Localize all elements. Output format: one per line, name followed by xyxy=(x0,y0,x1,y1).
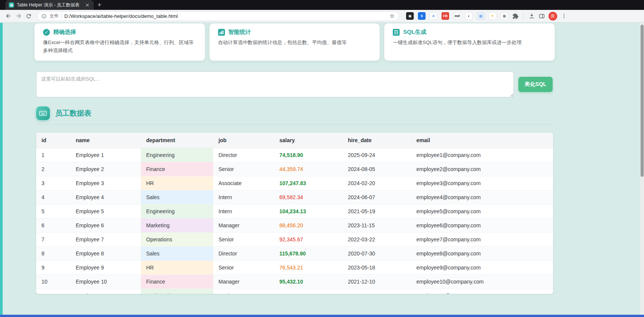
column-header-department[interactable]: department xyxy=(141,133,213,148)
column-header-id[interactable]: id xyxy=(36,133,70,148)
cell-job[interactable]: Intern xyxy=(213,190,274,204)
cell-hire_date[interactable]: 2020-07-30 xyxy=(343,246,411,260)
cell-salary[interactable]: 87,654.32 xyxy=(274,288,343,294)
cell-id[interactable]: 5 xyxy=(36,204,70,218)
reload-button[interactable] xyxy=(24,11,34,21)
employee-row-9[interactable]: 9Employee 9HRSenior76,543.212023-05-18em… xyxy=(36,260,553,274)
cell-department[interactable]: Finance xyxy=(141,274,213,288)
extension-icon-8[interactable]: ✦ xyxy=(489,12,496,20)
cell-hire_date[interactable]: 2023-11-15 xyxy=(343,218,411,232)
cell-email[interactable]: employee2@company.com xyxy=(411,162,553,176)
cell-id[interactable]: 6 xyxy=(36,218,70,232)
cell-department[interactable]: Operations xyxy=(141,232,213,246)
column-header-salary[interactable]: salary xyxy=(274,133,343,148)
cell-name[interactable]: Employee 3 xyxy=(70,176,141,190)
cell-hire_date[interactable]: 2023-05-18 xyxy=(343,260,411,274)
cell-id[interactable]: 9 xyxy=(36,260,70,274)
side-panel-button[interactable] xyxy=(537,11,547,21)
cell-email[interactable]: employee10@company.com xyxy=(411,274,553,288)
cell-salary[interactable]: 104,234.13 xyxy=(274,204,343,218)
employee-row-10[interactable]: 10Employee 10FinanceManager95,432.102021… xyxy=(36,274,553,288)
profile-avatar[interactable]: 庆 xyxy=(548,12,557,21)
cell-email[interactable]: employee9@company.com xyxy=(411,260,553,274)
cell-department[interactable]: HR xyxy=(141,260,213,274)
tab-close-icon[interactable] xyxy=(84,2,90,8)
forward-button[interactable] xyxy=(13,11,24,21)
beautify-sql-button[interactable]: 美化SQL xyxy=(518,77,553,92)
cell-email[interactable]: employee11@company.com xyxy=(411,288,553,294)
cell-salary[interactable]: 92,345.67 xyxy=(274,232,343,246)
cell-hire_date[interactable]: 2022-03-22 xyxy=(343,232,411,246)
employee-row-5[interactable]: 5Employee 5EngineeringIntern104,234.1320… xyxy=(36,204,553,218)
cell-hire_date[interactable]: 2022-08-25 xyxy=(343,288,411,294)
employee-row-11[interactable]: 11Employee 11EngineeringSenior87,654.322… xyxy=(36,288,553,294)
extension-icon-4[interactable]: FB xyxy=(442,12,449,20)
cell-email[interactable]: employee6@company.com xyxy=(411,218,553,232)
cell-salary[interactable]: 115,678.90 xyxy=(274,246,343,260)
cell-id[interactable]: 7 xyxy=(36,232,70,246)
cell-salary[interactable]: 44,359.74 xyxy=(274,162,343,176)
cell-name[interactable]: Employee 2 xyxy=(70,162,141,176)
sql-input[interactable] xyxy=(36,71,514,97)
extension-icon-3[interactable]: A xyxy=(430,12,437,20)
cell-name[interactable]: Employee 10 xyxy=(70,274,141,288)
column-header-job[interactable]: job xyxy=(213,133,274,148)
cell-id[interactable]: 10 xyxy=(36,274,70,288)
cell-name[interactable]: Employee 8 xyxy=(70,246,141,260)
cell-department[interactable]: Engineering xyxy=(141,204,213,218)
cell-name[interactable]: Employee 4 xyxy=(70,190,141,204)
cell-id[interactable]: 1 xyxy=(36,148,70,162)
cell-department[interactable]: Marketing xyxy=(141,218,213,232)
cell-job[interactable]: Director xyxy=(213,148,274,162)
employee-row-4[interactable]: 4Employee 4SalesIntern69,582.342024-06-0… xyxy=(36,190,553,204)
cell-department[interactable]: HR xyxy=(141,176,213,190)
extension-icon-2[interactable]: S xyxy=(418,12,426,20)
column-header-name[interactable]: name xyxy=(70,133,141,148)
column-header-hire_date[interactable]: hire_date xyxy=(343,133,411,148)
cell-name[interactable]: Employee 1 xyxy=(70,148,141,162)
cell-id[interactable]: 2 xyxy=(36,162,70,176)
cell-job[interactable]: Senior xyxy=(213,288,274,294)
cell-job[interactable]: Director xyxy=(213,246,274,260)
cell-hire_date[interactable]: 2024-06-07 xyxy=(343,190,411,204)
cell-job[interactable]: Intern xyxy=(213,204,274,218)
bookmark-star-icon[interactable] xyxy=(389,13,395,19)
scrollbar-thumb[interactable] xyxy=(641,25,644,177)
cell-salary[interactable]: 76,543.21 xyxy=(274,260,343,274)
page-scrollbar[interactable] xyxy=(640,23,644,317)
cell-id[interactable]: 11 xyxy=(36,288,70,294)
back-button[interactable] xyxy=(3,11,13,21)
employee-row-2[interactable]: 2Employee 2FinanceSenior44,359.742024-08… xyxy=(36,162,553,176)
cell-job[interactable]: Associate xyxy=(213,176,274,190)
cell-job[interactable]: Senior xyxy=(213,232,274,246)
cell-job[interactable]: Senior xyxy=(213,260,274,274)
cell-email[interactable]: employee8@company.com xyxy=(411,246,553,260)
cell-name[interactable]: Employee 7 xyxy=(70,232,141,246)
cell-email[interactable]: employee3@company.com xyxy=(411,176,553,190)
cell-name[interactable]: Employee 5 xyxy=(70,204,141,218)
employee-row-7[interactable]: 7Employee 7OperationsSenior92,345.672022… xyxy=(36,232,553,246)
cell-department[interactable]: Sales xyxy=(141,190,213,204)
cell-salary[interactable]: 74,518.90 xyxy=(274,148,343,162)
cell-salary[interactable]: 107,247.83 xyxy=(274,176,343,190)
cell-job[interactable]: Senior xyxy=(213,162,274,176)
cell-department[interactable]: Sales xyxy=(141,246,213,260)
cell-hire_date[interactable]: 2021-12-10 xyxy=(343,274,411,288)
employee-row-8[interactable]: 8Employee 8SalesDirector115,678.902020-0… xyxy=(36,246,553,260)
employee-row-6[interactable]: 6Employee 6MarketingManager88,456.202023… xyxy=(36,218,553,232)
new-tab-button[interactable]: + xyxy=(94,0,105,10)
extension-icon-6[interactable]: ◐ xyxy=(465,12,473,20)
cell-id[interactable]: 4 xyxy=(36,190,70,204)
employee-row-3[interactable]: 3Employee 3HRAssociate107,247.832024-02-… xyxy=(36,176,553,190)
cell-hire_date[interactable]: 2021-05-19 xyxy=(343,204,411,218)
page-info-icon[interactable] xyxy=(41,13,47,19)
extension-icon-9[interactable]: ▦ xyxy=(501,12,508,20)
extension-icon-7[interactable]: ▤ xyxy=(477,12,485,20)
menu-button[interactable] xyxy=(559,11,569,21)
cell-name[interactable]: Employee 6 xyxy=(70,218,141,232)
cell-email[interactable]: employee7@company.com xyxy=(411,232,553,246)
cell-name[interactable]: Employee 11 xyxy=(70,288,141,294)
cell-hire_date[interactable]: 2025-09-24 xyxy=(343,148,411,162)
cell-id[interactable]: 8 xyxy=(36,246,70,260)
cell-email[interactable]: employee1@company.com xyxy=(411,148,553,162)
